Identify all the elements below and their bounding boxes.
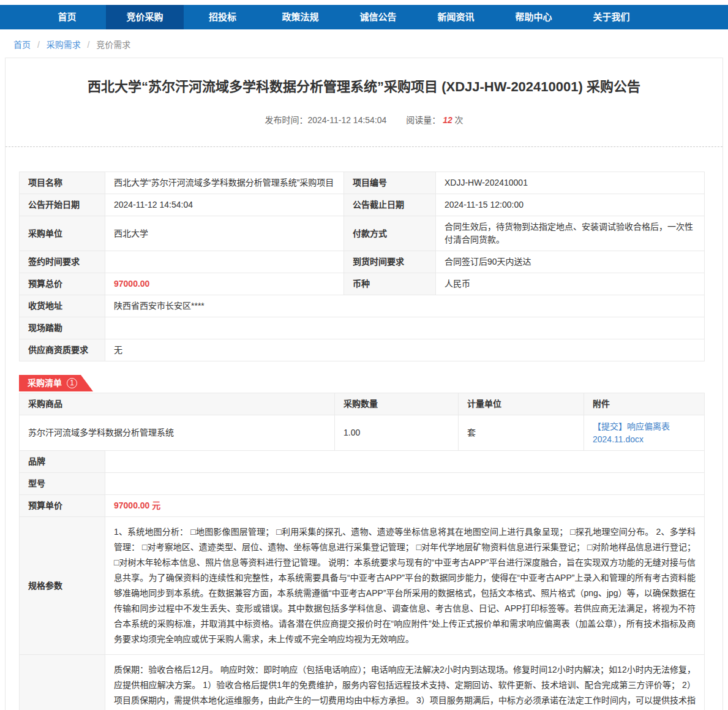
table-row: 现场踏勘 xyxy=(20,317,705,339)
field-value-model xyxy=(105,473,705,495)
table-row: 售后服务 质保期：验收合格后12月。 响应时效：即时响应（包括电话响应）；电话响… xyxy=(20,655,705,710)
field-value-payment: 合同生效后，待货物到达指定地点、安装调试验收合格后，一次性付清合同货款。 xyxy=(436,216,705,251)
breadcrumb: 首页 / 采购需求 / 竞价需求 xyxy=(0,29,728,56)
table-row: 预算总价 97000.00 币种 人民币 xyxy=(20,273,705,295)
table-row: 签约时间要求 到货时间要求 合同签订后90天内送达 xyxy=(20,251,705,273)
nav-item-bidding-purchase[interactable]: 竞价采购 xyxy=(106,5,184,29)
table-row: 规格参数 1、系统地图分析： □地图影像图层管理； □利用采集的探孔、遗物、遗迹… xyxy=(20,517,705,655)
field-label-supplier-qualification: 供应商资质要求 xyxy=(20,339,105,361)
purchase-list-tag-label: 采购清单 xyxy=(28,375,62,391)
field-label-model: 型号 xyxy=(20,473,105,495)
project-info-table: 项目名称 西北大学“苏尔汗河流域多学科数据分析管理系统”采购项目 项目编号 XD… xyxy=(19,172,705,361)
field-label-brand: 品牌 xyxy=(20,451,105,473)
purchase-list-tag-row: 采购清单 1 xyxy=(19,375,705,391)
field-value-delivery-address: 陕西省西安市长安区**** xyxy=(105,295,705,317)
breadcrumb-separator: / xyxy=(88,40,90,50)
field-value-start-date: 2024-11-12 14:54:04 xyxy=(105,194,344,216)
item-product-name: 苏尔汗河流域多学科数据分析管理系统 xyxy=(20,415,335,451)
field-value-after-sales: 质保期：验收合格后12月。 响应时效：即时响应（包括电话响应）；电话响应无法解决… xyxy=(105,655,705,710)
field-label-delivery-time: 到货时间要求 xyxy=(344,251,436,273)
nav-item-home[interactable]: 首页 xyxy=(28,5,106,29)
attachment-link[interactable]: 【提交】响应偏离表 2024.11.docx xyxy=(593,421,670,444)
column-header-attachment: 附件 xyxy=(584,393,705,415)
nav-item-help[interactable]: 帮助中心 xyxy=(495,5,572,29)
field-value-delivery-time: 合同签订后90天内送达 xyxy=(436,251,705,273)
nav-item-news[interactable]: 新闻资讯 xyxy=(417,5,495,29)
table-row: 品牌 xyxy=(20,451,705,473)
field-value-purchaser: 西北大学 xyxy=(105,216,344,251)
top-nav: 首页 竞价采购 招投标 政策法规 诚信公告 新闻资讯 帮助中心 关于我们 xyxy=(0,5,728,29)
column-header-unit: 计量单位 xyxy=(459,393,584,415)
views-unit: 次 xyxy=(455,115,463,125)
announcement-card: 西北大学“苏尔汗河流域多学科数据分析管理系统”采购项目 (XDJJ-HW-202… xyxy=(5,58,723,710)
breadcrumb-current: 竞价需求 xyxy=(96,40,130,50)
field-label-project-no: 项目编号 xyxy=(344,172,436,194)
field-label-site-survey: 现场踏勘 xyxy=(20,317,105,339)
publish-time-label: 发布时间： xyxy=(265,115,307,125)
field-value-site-survey xyxy=(105,317,705,339)
field-value-project-name: 西北大学“苏尔汗河流域多学科数据分析管理系统”采购项目 xyxy=(105,172,344,194)
field-label-payment: 付款方式 xyxy=(344,216,436,251)
field-label-budget-total: 预算总价 xyxy=(20,273,105,295)
field-value-project-no: XDJJ-HW-202410001 xyxy=(436,172,705,194)
nav-item-integrity[interactable]: 诚信公告 xyxy=(339,5,417,29)
breadcrumb-purchase-demand-link[interactable]: 采购需求 xyxy=(47,40,81,50)
field-label-specifications: 规格参数 xyxy=(20,517,105,655)
table-row: 项目名称 西北大学“苏尔汗河流域多学科数据分析管理系统”采购项目 项目编号 XD… xyxy=(20,172,705,194)
table-row: 型号 xyxy=(20,473,705,495)
column-header-product: 采购商品 xyxy=(20,393,335,415)
views-label: 阅读量： xyxy=(406,115,440,125)
item-quantity: 1.00 xyxy=(335,415,459,451)
purchase-list-count-badge: 1 xyxy=(67,378,77,388)
field-value-supplier-qualification: 无 xyxy=(105,339,705,361)
purchase-list-tag: 采购清单 1 xyxy=(19,375,93,391)
field-value-unit-price: 97000.00 元 xyxy=(105,495,705,517)
field-label-purchaser: 采购单位 xyxy=(20,216,105,251)
field-value-sign-time xyxy=(105,251,344,273)
item-unit: 套 xyxy=(459,415,584,451)
table-header-row: 采购商品 采购数量 计量单位 附件 xyxy=(20,393,705,415)
publish-info-line: 发布时间：2024-11-12 14:54:04 阅读量： 12 次 xyxy=(6,113,722,126)
breadcrumb-separator: / xyxy=(37,40,40,50)
field-label-currency: 币种 xyxy=(344,273,436,295)
field-label-end-date: 公告截止日期 xyxy=(344,194,436,216)
field-value-specifications: 1、系统地图分析： □地图影像图层管理； □利用采集的探孔、遗物、遗迹等坐标信息… xyxy=(105,517,705,655)
field-label-sign-time: 签约时间要求 xyxy=(20,251,105,273)
field-value-currency: 人民币 xyxy=(436,273,705,295)
table-row: 供应商资质要求 无 xyxy=(20,339,705,361)
breadcrumb-home-link[interactable]: 首页 xyxy=(13,40,31,50)
table-row: 采购单位 西北大学 付款方式 合同生效后，待货物到达指定地点、安装调试验收合格后… xyxy=(20,216,705,251)
field-label-delivery-address: 收货地址 xyxy=(20,295,105,317)
table-row: 收货地址 陕西省西安市长安区**** xyxy=(20,295,705,317)
column-header-quantity: 采购数量 xyxy=(335,393,459,415)
field-label-after-sales: 售后服务 xyxy=(20,655,105,710)
field-label-project-name: 项目名称 xyxy=(20,172,105,194)
publish-time-value: 2024-11-12 14:54:04 xyxy=(307,115,386,125)
field-value-budget-total: 97000.00 xyxy=(105,273,344,295)
purchase-list-table: 采购商品 采购数量 计量单位 附件 苏尔汗河流域多学科数据分析管理系统 1.00… xyxy=(19,393,705,710)
purchase-item-row: 苏尔汗河流域多学科数据分析管理系统 1.00 套 【提交】响应偏离表 2024.… xyxy=(20,415,705,451)
field-value-brand xyxy=(105,451,705,473)
table-row: 公告开始日期 2024-11-12 14:54:04 公告截止日期 2024-1… xyxy=(20,194,705,216)
nav-item-tender[interactable]: 招投标 xyxy=(184,5,261,29)
field-label-start-date: 公告开始日期 xyxy=(20,194,105,216)
nav-item-about[interactable]: 关于我们 xyxy=(572,5,650,29)
page-title: 西北大学“苏尔汗河流域多学科数据分析管理系统”采购项目 (XDJJ-HW-202… xyxy=(30,78,698,96)
tables-wrapper: 项目名称 西北大学“苏尔汗河流域多学科数据分析管理系统”采购项目 项目编号 XD… xyxy=(6,147,722,710)
field-value-end-date: 2024-11-15 12:00:00 xyxy=(436,194,705,216)
table-row: 预算单价 97000.00 元 xyxy=(20,495,705,517)
nav-item-policy[interactable]: 政策法规 xyxy=(261,5,339,29)
field-label-unit-price: 预算单价 xyxy=(20,495,105,517)
views-count: 12 xyxy=(443,115,452,125)
